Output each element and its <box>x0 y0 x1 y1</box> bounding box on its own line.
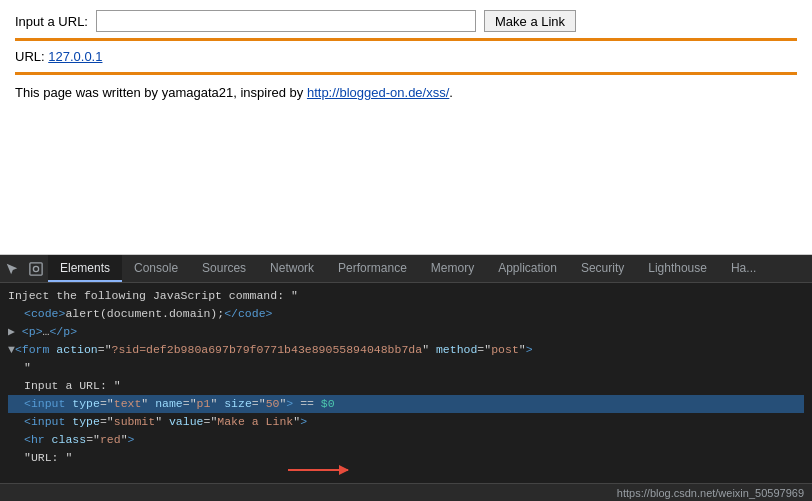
code-line-4: ▼<form action="?sid=def2b980a697b79f0771… <box>8 341 804 359</box>
url-display-label: URL: <box>15 49 45 64</box>
tab-lighthouse[interactable]: Lighthouse <box>636 255 719 282</box>
code-line-7: <input type="text" name="p1" size="50"> … <box>8 395 804 413</box>
code-line-11: <a href="127.0.0.1">127.0.0.1</a> <box>8 467 804 483</box>
devtools-tabs: Elements Console Sources Network Perform… <box>48 255 768 282</box>
url-input[interactable] <box>96 10 476 32</box>
code-line-9: <hr class="red"> <box>8 431 804 449</box>
page-info-suffix: . <box>449 85 453 100</box>
code-line-2: <code>alert(document.domain);</code> <box>8 305 804 323</box>
tab-network[interactable]: Network <box>258 255 326 282</box>
cursor-icon[interactable] <box>2 259 22 279</box>
tab-sources[interactable]: Sources <box>190 255 258 282</box>
svg-point-1 <box>33 266 38 271</box>
tab-performance[interactable]: Performance <box>326 255 419 282</box>
page-info-link[interactable]: http://blogged-on.de/xss/ <box>307 85 449 100</box>
devtools-toolbar: Elements Console Sources Network Perform… <box>0 255 812 283</box>
code-line-8: <input type="submit" value="Make a Link"… <box>8 413 804 431</box>
tab-elements[interactable]: Elements <box>48 255 122 282</box>
tab-application[interactable]: Application <box>486 255 569 282</box>
orange-divider-1 <box>15 38 797 41</box>
page-info-prefix: This page was written by yamagata21, ins… <box>15 85 307 100</box>
input-label: Input a URL: <box>15 14 88 29</box>
devtools-status-bar: https://blog.csdn.net/weixin_50597969 <box>0 483 812 501</box>
url-display: URL: 127.0.0.1 <box>15 45 797 68</box>
inspect-icon[interactable] <box>26 259 46 279</box>
code-line-5: " <box>8 359 804 377</box>
tab-security[interactable]: Security <box>569 255 636 282</box>
input-row: Input a URL: Make a Link <box>15 10 797 32</box>
url-link[interactable]: 127.0.0.1 <box>48 49 102 64</box>
devtools-elements-content[interactable]: Inject the following JavaScript command:… <box>0 283 812 483</box>
tab-more[interactable]: Ha... <box>719 255 768 282</box>
code-line-6: Input a URL: " <box>8 377 804 395</box>
code-line-10: "URL: " <box>8 449 804 467</box>
tab-memory[interactable]: Memory <box>419 255 486 282</box>
page-info: This page was written by yamagata21, ins… <box>15 85 797 100</box>
devtools-panel: Elements Console Sources Network Perform… <box>0 255 812 501</box>
code-line-3: ▶ <p>…</p> <box>8 323 804 341</box>
orange-divider-2 <box>15 72 797 75</box>
svg-rect-0 <box>30 262 42 274</box>
tab-console[interactable]: Console <box>122 255 190 282</box>
status-url: https://blog.csdn.net/weixin_50597969 <box>617 487 804 499</box>
make-link-button[interactable]: Make a Link <box>484 10 576 32</box>
page-content: Input a URL: Make a Link URL: 127.0.0.1 … <box>0 0 812 255</box>
code-line-1: Inject the following JavaScript command:… <box>8 287 804 305</box>
